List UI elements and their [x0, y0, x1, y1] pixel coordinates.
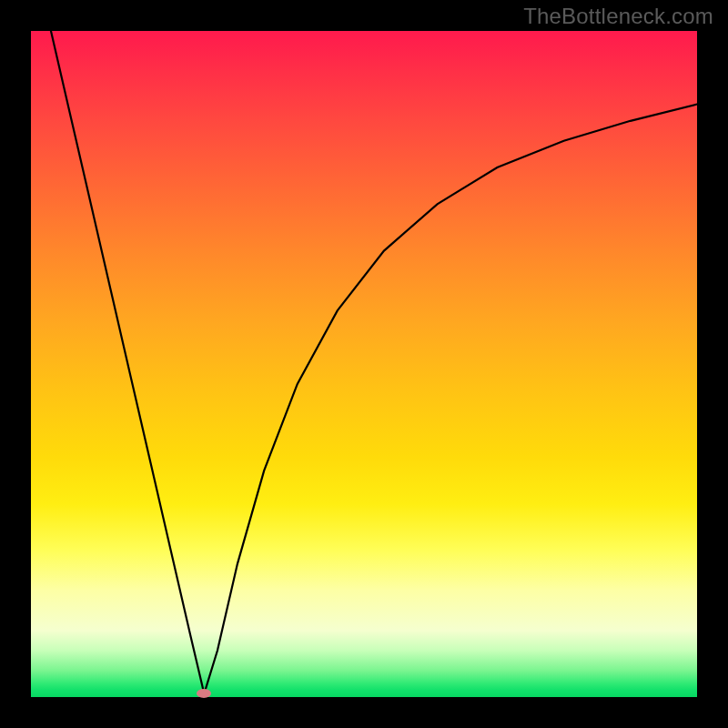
chart-frame: TheBottleneck.com [0, 0, 728, 728]
curve-right-arm [204, 105, 697, 694]
minimum-marker [197, 689, 211, 698]
curve-left-arm [51, 31, 204, 693]
bottleneck-curve [31, 31, 697, 697]
watermark-text: TheBottleneck.com [523, 4, 713, 29]
plot-area [31, 31, 697, 697]
